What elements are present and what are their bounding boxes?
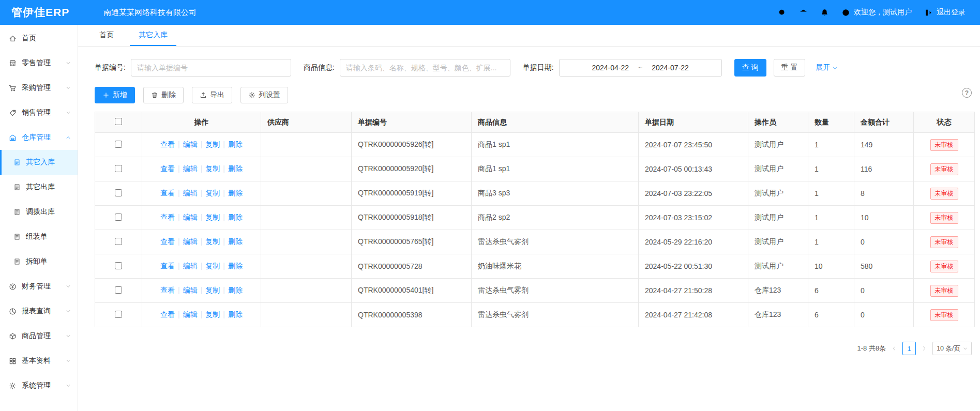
- copy-link[interactable]: 复制: [205, 310, 220, 318]
- amount-cell: 0: [854, 303, 914, 327]
- sidebar-item-warehouse[interactable]: 仓库管理: [0, 125, 78, 150]
- col-header-amount: 金额合计: [854, 112, 914, 133]
- edit-link[interactable]: 编辑: [183, 140, 198, 148]
- finance-icon: [9, 283, 17, 291]
- view-link[interactable]: 查看: [160, 262, 175, 270]
- sidebar-item-reports[interactable]: 报表查询: [0, 299, 78, 324]
- sidebar-item-assembly-order[interactable]: 组装单: [0, 224, 78, 249]
- row-checkbox[interactable]: [115, 141, 122, 148]
- view-link[interactable]: 查看: [160, 189, 175, 197]
- edit-link[interactable]: 编辑: [183, 189, 198, 197]
- tab-other-inbound[interactable]: 其它入库: [130, 25, 176, 46]
- expand-label: 展开: [816, 63, 830, 72]
- row-checkbox[interactable]: [115, 311, 122, 318]
- row-checkbox[interactable]: [115, 262, 122, 269]
- page-number[interactable]: 1: [902, 342, 916, 355]
- delete-link[interactable]: 删除: [228, 213, 243, 221]
- qty-cell: 6: [808, 303, 854, 327]
- bank-icon[interactable]: [799, 8, 808, 17]
- copy-link[interactable]: 复制: [205, 262, 220, 270]
- delete-link[interactable]: 删除: [228, 310, 243, 318]
- sidebar-item-label: 财务管理: [22, 282, 51, 291]
- row-checkbox[interactable]: [115, 214, 122, 221]
- copy-link[interactable]: 复制: [205, 189, 220, 197]
- search-icon[interactable]: [778, 8, 787, 17]
- product-info-input[interactable]: [340, 59, 510, 77]
- delete-button[interactable]: 删除: [143, 87, 184, 103]
- sidebar-item-transfer-outbound[interactable]: 调拨出库: [0, 200, 78, 224]
- view-link[interactable]: 查看: [160, 286, 175, 294]
- view-link[interactable]: 查看: [160, 237, 175, 246]
- welcome-text: 欢迎您，测试用户: [854, 8, 912, 17]
- date-range-picker[interactable]: 2024-04-22 ~ 2024-07-22: [559, 59, 722, 77]
- edit-link[interactable]: 编辑: [183, 310, 198, 318]
- document-icon: [13, 258, 21, 265]
- product-cell: 商品1 sp1: [472, 133, 639, 157]
- row-checkbox[interactable]: [115, 165, 122, 172]
- retail-icon: [9, 59, 17, 67]
- delete-link[interactable]: 删除: [228, 164, 243, 173]
- view-link[interactable]: 查看: [160, 310, 175, 318]
- copy-link[interactable]: 复制: [205, 140, 220, 148]
- delete-link[interactable]: 删除: [228, 189, 243, 197]
- sidebar-item-other-inbound[interactable]: 其它入库: [0, 150, 78, 175]
- help-icon[interactable]: ?: [962, 88, 972, 98]
- chevron-down-icon: [66, 85, 71, 90]
- date-cell: 2024-05-29 22:16:20: [639, 230, 748, 254]
- export-button[interactable]: 导出: [192, 87, 232, 103]
- copy-link[interactable]: 复制: [205, 286, 220, 294]
- status-badge: 未审核: [930, 188, 958, 200]
- expand-link[interactable]: 展开: [816, 63, 838, 72]
- grid-icon: [9, 357, 17, 365]
- chevron-down-icon: [66, 60, 71, 66]
- select-all-checkbox[interactable]: [115, 118, 122, 125]
- copy-link[interactable]: 复制: [205, 213, 220, 221]
- date-cell: 2024-07-05 00:13:43: [639, 157, 748, 181]
- row-checkbox[interactable]: [115, 238, 122, 245]
- sidebar-item-home[interactable]: 首页: [0, 26, 78, 51]
- logout-button[interactable]: 退出登录: [924, 8, 966, 17]
- bill-no-label: 单据编号:: [95, 63, 126, 72]
- delete-link[interactable]: 删除: [228, 286, 243, 294]
- edit-link[interactable]: 编辑: [183, 262, 198, 270]
- copy-link[interactable]: 复制: [205, 164, 220, 173]
- edit-link[interactable]: 编辑: [183, 286, 198, 294]
- trash-icon: [151, 92, 158, 99]
- reset-button[interactable]: 重 置: [774, 59, 806, 77]
- sidebar-item-purchase[interactable]: 采购管理: [0, 75, 78, 100]
- sidebar-item-finance[interactable]: 财务管理: [0, 274, 78, 299]
- sidebar-item-disassembly-order[interactable]: 拆卸单: [0, 249, 78, 274]
- delete-link[interactable]: 删除: [228, 140, 243, 148]
- sidebar-item-other-outbound[interactable]: 其它出库: [0, 175, 78, 200]
- user-menu[interactable]: 欢迎您，测试用户: [841, 8, 912, 17]
- sidebar-item-basic-data[interactable]: 基本资料: [0, 348, 78, 373]
- copy-link[interactable]: 复制: [205, 237, 220, 246]
- sidebar-item-sales[interactable]: 销售管理: [0, 100, 78, 125]
- sidebar-item-products[interactable]: 商品管理: [0, 324, 78, 348]
- row-checkbox[interactable]: [115, 189, 122, 196]
- sidebar-item-retail[interactable]: 零售管理: [0, 51, 78, 75]
- row-checkbox[interactable]: [115, 286, 122, 294]
- edit-link[interactable]: 编辑: [183, 213, 198, 221]
- edit-link[interactable]: 编辑: [183, 237, 198, 246]
- view-link[interactable]: 查看: [160, 140, 175, 148]
- view-link[interactable]: 查看: [160, 213, 175, 221]
- tab-home[interactable]: 首页: [91, 25, 123, 46]
- column-settings-button[interactable]: 列设置: [240, 87, 288, 103]
- delete-link[interactable]: 删除: [228, 262, 243, 270]
- view-link[interactable]: 查看: [160, 164, 175, 173]
- page-size-select[interactable]: 10 条/页: [932, 342, 972, 355]
- date-cell: 2024-05-22 00:51:30: [639, 254, 748, 279]
- chevron-down-icon: [66, 333, 71, 339]
- next-page-icon[interactable]: [921, 345, 927, 352]
- prev-page-icon[interactable]: [891, 345, 897, 352]
- qty-cell: 1: [808, 206, 854, 230]
- qty-cell: 1: [808, 133, 854, 157]
- bill-no-input[interactable]: [131, 59, 291, 77]
- delete-link[interactable]: 删除: [228, 237, 243, 246]
- add-button[interactable]: 新增: [95, 87, 135, 103]
- sidebar-item-system[interactable]: 系统管理: [0, 373, 78, 398]
- bell-icon[interactable]: [820, 8, 829, 17]
- edit-link[interactable]: 编辑: [183, 164, 198, 173]
- search-button[interactable]: 查 询: [734, 59, 766, 77]
